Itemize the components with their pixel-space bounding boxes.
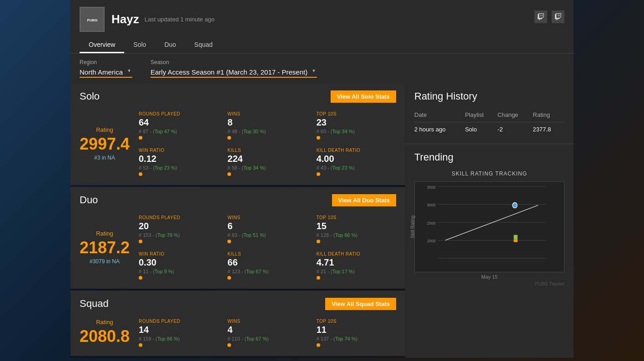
stat-top: Top 34 % — [332, 129, 353, 134]
view-all-solo-button[interactable]: View All Solo Stats — [331, 90, 396, 103]
rh-col-date: Date — [414, 110, 465, 122]
stat-top: Top 23 % — [332, 165, 353, 170]
svg-text:2000: 2000 — [427, 239, 436, 244]
left-panel: Solo View All Solo Stats Rating 2997.4 #… — [70, 83, 405, 358]
pubg-tracker-label: PUBG Tracker — [414, 281, 564, 286]
solo-rating-label: Rating — [96, 126, 113, 133]
stat-dot — [317, 276, 320, 280]
stat-dot — [139, 172, 142, 176]
stat-dot — [227, 276, 231, 280]
nav-tabs: Overview Solo Duo Squad — [80, 37, 564, 53]
stat-top: Top 47 % — [155, 129, 176, 134]
stat-item: WINS 8 # 48 - (Top 30 %) — [227, 110, 307, 141]
stat-item: KILLS 224 # 58 - (Top 34 %) — [227, 146, 307, 178]
stat-dot — [227, 172, 231, 176]
chart-container: Skill Rating 3500 3000 2500 2000 — [414, 181, 564, 272]
trending-section: Trending SKILL RATING TRACKING Skill Rat… — [405, 144, 574, 294]
tab-solo[interactable]: Solo — [124, 37, 155, 53]
stat-item: KILL DEATH RATIO 4.71 # 21 - (Top 17 %) — [317, 250, 396, 281]
trending-title: Trending — [414, 151, 564, 163]
duo-rating-value: 2187.2 — [80, 239, 130, 257]
last-updated: Last updated 1 minute ago — [145, 16, 215, 23]
stat-top: Top 9 % — [155, 269, 173, 274]
stat-rank: # 128 - (Top 66 %) — [317, 232, 396, 238]
view-all-squad-button[interactable]: View All Squad Stats — [325, 298, 396, 310]
content-area: Solo View All Solo Stats Rating 2997.4 #… — [70, 83, 574, 358]
solo-stats-grid: ROUNDS PLAYED 64 # 87 - (Top 47 %) WINS … — [139, 110, 396, 178]
stat-rank: # 83 - (Top 51 %) — [227, 232, 307, 238]
tab-overview[interactable]: Overview — [80, 37, 124, 53]
squad-section: Squad View All Squad Stats Rating 2080.8… — [70, 291, 405, 356]
squad-rating-value: 2080.8 — [80, 327, 130, 346]
svg-point-11 — [513, 203, 517, 208]
chart-y-label: Skill Rating — [410, 216, 415, 238]
stat-dot — [139, 276, 142, 280]
region-select[interactable]: North America Europe Asia — [80, 67, 132, 78]
stat-item: WIN RATIO 0.12 # 53 - (Top 23 %) — [139, 146, 218, 178]
stat-name: KILL DEATH RATIO — [317, 148, 396, 153]
rating-history-title: Rating History — [414, 90, 564, 102]
stat-top: Top 30 % — [243, 129, 264, 134]
tab-squad[interactable]: Squad — [185, 37, 221, 53]
solo-section: Solo View All Solo Stats Rating 2997.4 #… — [70, 83, 405, 185]
stat-value: 4.71 — [317, 257, 396, 268]
stat-name: TOP 10S — [317, 215, 396, 220]
stat-dot — [227, 240, 231, 243]
stat-item: WIN RATIO 0.30 # 11 - (Top 9 %) — [139, 250, 218, 281]
stat-top: Top 34 % — [243, 165, 264, 170]
twitch-icon-1[interactable] — [534, 10, 547, 23]
svg-rect-13 — [513, 240, 518, 242]
duo-rating-block: Rating 2187.2 #3079 in NA — [80, 213, 139, 281]
solo-rating-block: Rating 2997.4 #3 in NA — [80, 110, 139, 178]
season-select[interactable]: Early Access Season #1 (March 23, 2017 -… — [151, 67, 317, 78]
x-axis-label: May 15 — [414, 274, 564, 280]
stat-name: KILLS — [227, 251, 307, 256]
solo-rating-rank: #3 in NA — [94, 155, 115, 161]
rh-col-playlist: Playlist — [465, 110, 497, 122]
stat-dot — [227, 136, 231, 140]
stat-rank: # 137 - (Top 74 %) — [317, 336, 396, 341]
stat-name: WINS — [227, 111, 307, 116]
tab-duo[interactable]: Duo — [155, 37, 185, 53]
stat-item: WINS 4 # 110 - (Top 67 %) — [227, 317, 307, 349]
stat-dot — [139, 343, 142, 347]
stat-rank: # 87 - (Top 47 %) — [139, 129, 218, 134]
stat-dot — [317, 172, 320, 176]
stat-item: TOP 10S 11 # 137 - (Top 74 %) — [317, 317, 396, 349]
stat-top: Top 66 % — [335, 232, 356, 238]
stat-name: ROUNDS PLAYED — [139, 111, 218, 116]
stat-rank: # 110 - (Top 67 %) — [227, 336, 307, 341]
stat-name: TOP 10S — [317, 111, 396, 116]
rh-date: 2 hours ago — [414, 122, 465, 137]
rh-rating: 2377.8 — [533, 122, 564, 137]
stat-name: WINS — [227, 215, 307, 220]
twitch-icon-2[interactable] — [552, 10, 564, 23]
stat-value: 20 — [139, 221, 218, 231]
stat-dot — [317, 136, 320, 140]
stat-dot — [139, 136, 142, 140]
stat-dot — [317, 343, 320, 347]
stat-value: 23 — [317, 117, 396, 128]
stat-item: ROUNDS PLAYED 20 # 153 - (Top 78 %) — [139, 213, 218, 245]
stat-dot — [139, 240, 142, 243]
chart-svg: 3500 3000 2500 2000 — [438, 186, 546, 258]
stat-value: 64 — [139, 117, 218, 128]
stat-value: 15 — [317, 221, 396, 231]
stat-top: Top 23 % — [155, 165, 176, 170]
duo-rating-label: Rating — [96, 230, 113, 237]
avatar: PUBG — [80, 7, 105, 32]
svg-text:3500: 3500 — [427, 185, 436, 190]
stat-rank: # 153 - (Top 78 %) — [139, 232, 218, 238]
rh-col-change: Change — [498, 110, 533, 122]
view-all-duo-button[interactable]: View All Duo Stats — [332, 194, 396, 206]
stat-item: ROUNDS PLAYED 14 # 159 - (Top 86 %) — [139, 317, 218, 349]
rh-change: -2 — [498, 122, 533, 137]
stat-item: TOP 10S 23 # 60 - (Top 34 %) — [317, 110, 396, 141]
season-filter: Season Early Access Season #1 (March 23,… — [151, 59, 317, 78]
region-label: Region — [80, 59, 132, 65]
chart-title: SKILL RATING TRACKING — [414, 170, 564, 177]
svg-rect-12 — [513, 235, 518, 240]
stat-dot — [227, 343, 231, 347]
rh-col-rating: Rating — [533, 110, 564, 122]
stat-name: WINS — [227, 319, 307, 324]
